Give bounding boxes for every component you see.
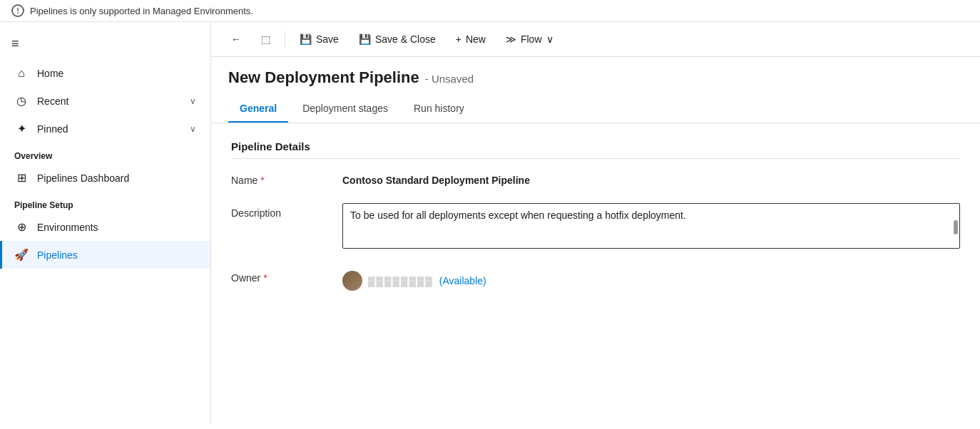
owner-field: ▓▓▓▓▓▓▓▓ (Available) — [342, 268, 486, 291]
managed-environments-banner: ! Pipelines is only supported in Managed… — [0, 0, 980, 22]
new-icon: + — [456, 33, 461, 45]
sidebar-item-pipelines[interactable]: 🚀 Pipelines — [0, 241, 210, 269]
sidebar-item-home-label: Home — [37, 68, 63, 79]
hamburger-menu[interactable]: ≡ — [0, 28, 210, 60]
owner-required: * — [263, 272, 267, 284]
page-header: New Deployment Pipeline - Unsaved Genera… — [211, 57, 980, 123]
new-button[interactable]: + New — [447, 29, 494, 49]
tab-deployment-stages[interactable]: Deployment stages — [291, 95, 399, 123]
save-icon: 💾 — [300, 33, 312, 45]
owner-label: Owner* — [231, 268, 331, 284]
section-title: Pipeline Details — [231, 140, 960, 159]
recent-chevron-icon: ∨ — [190, 96, 196, 106]
toolbar: ← ⬚ 💾 Save 💾 Save & Close + New ≫ Flow ∨ — [211, 22, 980, 57]
main-content: ← ⬚ 💾 Save 💾 Save & Close + New ≫ Flow ∨ — [211, 22, 980, 425]
save-close-label: Save & Close — [375, 33, 436, 45]
flow-dropdown-icon: ∨ — [546, 33, 553, 45]
new-label: New — [466, 33, 486, 45]
save-close-button[interactable]: 💾 Save & Close — [350, 29, 444, 49]
banner-message: Pipelines is only supported in Managed E… — [30, 6, 253, 16]
flow-label: Flow — [521, 33, 542, 45]
name-label: Name* — [231, 170, 331, 186]
sidebar: ≡ ⌂ Home ◷ Recent ∨ ✦ Pinned ∨ Overview … — [0, 22, 211, 425]
sidebar-item-home[interactable]: ⌂ Home — [0, 60, 210, 87]
save-label: Save — [316, 33, 339, 45]
sidebar-item-recent-label: Recent — [37, 95, 68, 107]
form-row-owner: Owner* ▓▓▓▓▓▓▓▓ (Available) — [231, 268, 960, 291]
form-content: Pipeline Details Name* Contoso Standard … — [211, 123, 980, 425]
sidebar-item-pipelines-label: Pipelines — [37, 249, 78, 261]
page-status: - Unsaved — [425, 73, 474, 85]
sidebar-item-dashboard-label: Pipelines Dashboard — [37, 172, 129, 184]
back-button[interactable]: ← — [223, 29, 250, 49]
save-close-icon: 💾 — [359, 33, 371, 45]
sidebar-item-pinned[interactable]: ✦ Pinned ∨ — [0, 115, 210, 143]
name-value: Contoso Standard Deployment Pipeline — [342, 170, 960, 186]
overview-section-header: Overview — [0, 143, 210, 164]
sidebar-item-environments-label: Environments — [37, 222, 98, 233]
flow-button[interactable]: ≫ Flow ∨ — [497, 29, 562, 49]
sidebar-item-recent[interactable]: ◷ Recent ∨ — [0, 87, 210, 115]
recent-icon: ◷ — [14, 94, 29, 108]
pinned-icon: ✦ — [14, 122, 29, 135]
save-button[interactable]: 💾 Save — [291, 29, 347, 49]
home-icon: ⌂ — [14, 67, 29, 80]
environments-icon: ⊕ — [14, 220, 29, 234]
form-row-name: Name* Contoso Standard Deployment Pipeli… — [231, 170, 960, 186]
description-label: Description — [231, 203, 331, 219]
sidebar-item-environments[interactable]: ⊕ Environments — [0, 213, 210, 241]
textarea-scrollbar — [954, 220, 958, 234]
back-icon: ← — [231, 33, 241, 45]
banner-icon: ! — [11, 4, 24, 17]
avatar — [342, 271, 362, 291]
sidebar-item-pinned-label: Pinned — [37, 123, 68, 135]
popout-button[interactable]: ⬚ — [252, 29, 279, 49]
page-title: New Deployment Pipeline — [228, 68, 419, 87]
popout-icon: ⬚ — [261, 33, 270, 45]
pipelines-icon: 🚀 — [14, 248, 29, 262]
owner-status: (Available) — [439, 275, 486, 286]
pinned-chevron-icon: ∨ — [190, 124, 196, 134]
name-required: * — [260, 175, 264, 186]
tabs: General Deployment stages Run history — [228, 95, 963, 123]
flow-icon: ≫ — [506, 33, 516, 45]
tab-general[interactable]: General — [228, 95, 288, 123]
tab-run-history[interactable]: Run history — [402, 95, 476, 123]
pipeline-setup-section-header: Pipeline Setup — [0, 192, 210, 213]
form-row-description: Description — [231, 203, 960, 251]
sidebar-item-pipelines-dashboard[interactable]: ⊞ Pipelines Dashboard — [0, 164, 210, 192]
dashboard-icon: ⊞ — [14, 171, 29, 185]
description-textarea[interactable] — [342, 203, 960, 249]
toolbar-divider-1 — [285, 31, 285, 48]
description-wrapper — [342, 203, 960, 251]
owner-name: ▓▓▓▓▓▓▓▓ — [368, 276, 434, 286]
